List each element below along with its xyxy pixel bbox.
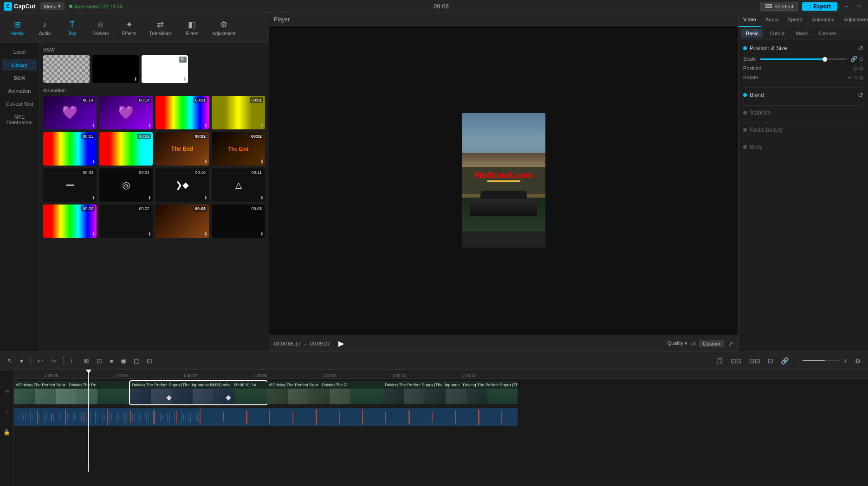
tool-media[interactable]: ⊞ Media — [5, 17, 30, 39]
copy-button[interactable]: ⊡ — [94, 356, 104, 366]
anim-item-3[interactable]: 00:01 ⬇ — [155, 96, 209, 129]
fullscreen-button[interactable]: ⤢ — [728, 340, 733, 347]
scale-link-icon[interactable]: 🔗 — [850, 56, 857, 62]
magnify-icon[interactable]: 🔍 — [179, 57, 187, 63]
subtab-canvas[interactable]: Canvas — [815, 29, 841, 38]
anim-item-9[interactable]: 00:03 ━━ ⬇ — [43, 168, 97, 202]
adjustment-icon: ⚙ — [220, 19, 227, 30]
select-tool[interactable]: ↖ — [5, 356, 15, 366]
bw-item-checkerboard[interactable]: ⬇ — [43, 55, 90, 83]
blend-reset[interactable]: ↺ — [858, 91, 863, 99]
tab-animation[interactable]: Animation — [807, 13, 839, 27]
bw-item-black[interactable]: ⬇ — [92, 55, 139, 83]
maximize-button[interactable]: □ — [853, 2, 864, 11]
minimize-button[interactable]: ─ — [841, 2, 852, 11]
anim-item-10[interactable]: 00:04 ◎ ⬇ — [99, 168, 153, 202]
position-size-reset[interactable]: ↺ — [858, 45, 863, 52]
fit-button[interactable]: ⊡ — [691, 340, 695, 346]
scale-slider[interactable] — [760, 58, 847, 60]
tool-transitions[interactable]: ⇄ Transitions — [144, 17, 178, 39]
video-clip-1[interactable]: ↺ Driving The Perfect Supr Driving The P… — [14, 381, 130, 404]
tab-speed[interactable]: Speed — [783, 13, 807, 27]
svg-rect-21 — [478, 409, 479, 425]
tool-adjustment[interactable]: ⚙ Adjustment — [207, 17, 241, 39]
tab-video[interactable]: Video — [738, 13, 761, 27]
svg-rect-45 — [77, 414, 77, 420]
scale-row: Scale 🔗 ◇ — [743, 56, 863, 62]
anim-item-15[interactable]: 00:03 ⬇ — [155, 205, 209, 238]
anim-item-2[interactable]: 00:14 💜 ⬇ — [99, 96, 153, 129]
video-clip-2-selected[interactable]: Driving The Perfect Supra (The Japanese … — [130, 381, 267, 404]
anim-item-6[interactable]: 00:01 ⬇ — [99, 132, 153, 166]
mask-tool[interactable]: ◻ — [131, 356, 142, 366]
anim-item-4[interactable]: 00:01 ⬇ — [212, 96, 265, 129]
zoom-out-button[interactable]: - — [794, 356, 801, 366]
audio-track-icon[interactable]: ♫ — [5, 409, 9, 415]
svg-rect-10 — [223, 412, 224, 422]
svg-rect-11 — [246, 410, 247, 424]
anim-item-16[interactable]: 00:03 ⬇ — [212, 205, 265, 238]
tool-text[interactable]: T Text — [59, 17, 85, 39]
scale-diamond-icon[interactable]: ◇ — [859, 56, 863, 62]
subtab-basic[interactable]: Basic — [741, 29, 763, 38]
anim-item-12[interactable]: 00:11 △ ⬇ — [212, 168, 265, 202]
zoom-slider[interactable] — [803, 360, 840, 361]
tl-link-button[interactable]: 🔗 — [778, 356, 791, 366]
tool-stickers[interactable]: ☺ Stickers — [87, 17, 115, 39]
redo-button[interactable]: ↪ — [48, 356, 58, 366]
audio-track[interactable] — [14, 408, 518, 426]
rotate-flip-h[interactable]: ↔ — [847, 74, 853, 81]
video-clip-4[interactable]: Driving The Perfect Supra (The Japanes D… — [383, 381, 518, 404]
ruler-label-5: 1:00:09 — [323, 373, 337, 378]
tab-adjustment[interactable]: Adjustment — [839, 13, 868, 27]
sidebar-item-library[interactable]: Library — [2, 59, 37, 70]
quality-button[interactable]: Quality ▾ — [667, 340, 687, 346]
split-button[interactable]: ⊢ — [68, 356, 78, 366]
menu-button[interactable]: Menu ▾ — [40, 2, 65, 10]
lock-track-icon[interactable]: 🔒 — [3, 429, 10, 435]
position-x-icon[interactable]: ◇ — [853, 65, 857, 71]
position-diamond-icon[interactable]: ◇ — [859, 65, 863, 71]
anim-item-5[interactable]: 00:01 ⬇ — [43, 132, 97, 166]
add-track-icon[interactable]: ⊕ — [5, 388, 9, 395]
settings-button[interactable]: ⚙ — [853, 356, 863, 366]
sidebar-item-animation[interactable]: Animation — [2, 85, 37, 96]
clip-body-4 — [383, 389, 518, 404]
anim-item-1[interactable]: 00:14 💜 ⬇ — [43, 96, 97, 129]
anim-item-13[interactable]: 00:02 ⬇ — [43, 205, 97, 238]
tl-control-1[interactable]: ⊟⊟ — [728, 356, 744, 366]
anim-item-11[interactable]: 00:10 ❯◆ ⬇ — [155, 168, 209, 202]
color-tool[interactable]: ◉ — [118, 356, 129, 366]
anim-item-8[interactable]: 00:02 The End ⬇ — [212, 132, 265, 166]
tl-control-3[interactable]: ⊟ — [765, 356, 776, 366]
sidebar-item-cutout-text[interactable]: Cut-out Text — [2, 98, 37, 109]
crop-tool[interactable]: ⊟ — [144, 356, 155, 366]
rotate-flip-v[interactable]: ↕ — [855, 74, 857, 81]
tool-filters[interactable]: ◧ Filters — [179, 17, 205, 39]
video-clip-3[interactable]: ↺ Driving The Perfect Supr Driving The © — [267, 381, 383, 404]
play-button[interactable]: ▶ — [334, 339, 349, 348]
export-button[interactable]: ↑ Export — [802, 2, 837, 11]
delete-button[interactable]: ⊠ — [81, 356, 91, 366]
shortcut-button[interactable]: ⌨ Shortcut — [760, 2, 798, 11]
anim-item-7[interactable]: 00:02 The End ⬇ — [155, 132, 209, 166]
sidebar-item-local[interactable]: Local — [2, 46, 37, 58]
tool-audio[interactable]: ♪ Audio — [32, 17, 58, 39]
tool-effects[interactable]: ✦ Effects — [117, 17, 142, 39]
sidebar-item-nye[interactable]: NYE Celebration — [2, 111, 37, 128]
add-audio-button[interactable]: 🎵 — [713, 356, 725, 366]
tab-audio[interactable]: Audio — [761, 13, 783, 27]
select-dropdown[interactable]: ▾ — [18, 356, 26, 366]
svg-rect-50 — [91, 412, 91, 422]
custom-button[interactable]: Custom — [699, 340, 724, 347]
subtab-mask[interactable]: Mask — [791, 29, 812, 38]
record-button[interactable]: ● — [107, 356, 116, 366]
tl-control-2[interactable]: ⊟⊟ — [747, 356, 763, 366]
bw-item-white[interactable]: 🔍 ⬇ — [142, 55, 188, 83]
subtab-cutout[interactable]: Cutout — [765, 29, 789, 38]
undo-button[interactable]: ↩ — [35, 356, 45, 366]
zoom-in-button[interactable]: + — [842, 356, 850, 366]
sidebar-item-bw[interactable]: B&W — [2, 72, 37, 83]
anim-item-14[interactable]: 00:02 ⬇ — [99, 205, 153, 238]
rotate-diamond[interactable]: ◇ — [859, 74, 863, 81]
